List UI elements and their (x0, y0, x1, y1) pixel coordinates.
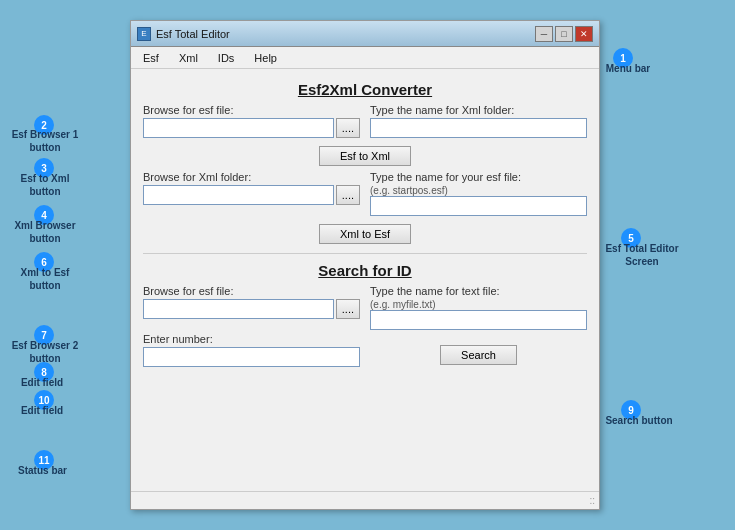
annotation-label-10: Edit field (12, 404, 72, 417)
esf-file-input-2[interactable] (143, 299, 334, 319)
xml-folder-label: Type the name for Xml folder: (370, 104, 587, 116)
esf2xml-row1: Browse for esf file: .... Type the name … (143, 104, 587, 138)
esf-to-xml-btn-row: Esf to Xml (143, 146, 587, 166)
search-browse-esf-col: Browse for esf file: .... (143, 285, 360, 319)
esf-name-col: Type the name for your esf file: (e.g. s… (370, 171, 587, 216)
titlebar-buttons: ─ □ ✕ (535, 26, 593, 42)
text-file-input[interactable] (370, 310, 587, 330)
browse-esf-label: Browse for esf file: (143, 104, 360, 116)
text-file-sublabel: (e.g. myfile.txt) (370, 299, 587, 310)
annotation-label-9: Search button (604, 414, 674, 427)
esf-browse-btn-1[interactable]: .... (336, 118, 360, 138)
menu-xml[interactable]: Xml (171, 50, 206, 66)
esf-file-input-1[interactable] (143, 118, 334, 138)
annotation-label-11: Status bar (10, 464, 75, 477)
statusbar: :: (131, 491, 599, 509)
annotation-label-2: Esf Browser 1 button (5, 128, 85, 154)
xml-folder-col: Type the name for Xml folder: (370, 104, 587, 138)
annotation-label-3: Esf to Xml button (5, 172, 85, 198)
menu-ids[interactable]: IDs (210, 50, 243, 66)
minimize-button[interactable]: ─ (535, 26, 553, 42)
main-window: E Esf Total Editor ─ □ ✕ Esf Xml IDs Hel… (130, 20, 600, 510)
enter-number-input-row (143, 347, 360, 367)
xml-folder-input[interactable] (370, 118, 587, 138)
text-file-input-row (370, 310, 587, 330)
menu-help[interactable]: Help (246, 50, 285, 66)
annotation-label-8: Edit field (12, 376, 72, 389)
search-browse-esf-input-row: .... (143, 299, 360, 319)
browse-xml-col: Browse for Xml folder: .... (143, 171, 360, 205)
app-icon: E (137, 27, 151, 41)
search-button[interactable]: Search (440, 345, 517, 365)
content-area: Esf2Xml Converter Browse for esf file: .… (131, 69, 599, 489)
menubar: Esf Xml IDs Help (131, 47, 599, 69)
annotation-label-1: Menu bar (598, 62, 658, 75)
text-file-col: Type the name for text file: (e.g. myfil… (370, 285, 587, 330)
menu-esf[interactable]: Esf (135, 50, 167, 66)
maximize-button[interactable]: □ (555, 26, 573, 42)
search-id-title: Search for ID (143, 262, 587, 279)
xml-to-esf-btn-row: Xml to Esf (143, 224, 587, 244)
browse-esf-input-row: .... (143, 118, 360, 138)
search-btn-col: Search (370, 345, 587, 367)
esf-file-name-sublabel: (e.g. startpos.esf) (370, 185, 587, 196)
annotation-label-6: Xml to Esf button (5, 266, 85, 292)
esf-browse-btn-2[interactable]: .... (336, 299, 360, 319)
browse-esf-col: Browse for esf file: .... (143, 104, 360, 138)
esf2xml-row2: Browse for Xml folder: .... Type the nam… (143, 171, 587, 216)
window-title: Esf Total Editor (156, 28, 535, 40)
statusbar-grip: :: (589, 495, 595, 506)
search-row1: Browse for esf file: .... Type the name … (143, 285, 587, 330)
enter-number-col: Enter number: (143, 333, 360, 367)
xml-to-esf-button[interactable]: Xml to Esf (319, 224, 411, 244)
xml-folder-input-row (370, 118, 587, 138)
xml-browse-btn[interactable]: .... (336, 185, 360, 205)
browse-xml-input-row: .... (143, 185, 360, 205)
enter-number-label: Enter number: (143, 333, 360, 345)
section-divider (143, 253, 587, 254)
text-file-label: Type the name for text file: (370, 285, 587, 297)
search-row2: Enter number: Search (143, 333, 587, 367)
annotation-label-4: Xml Browser button (5, 219, 85, 245)
close-button[interactable]: ✕ (575, 26, 593, 42)
esf-file-name-input-row (370, 196, 587, 216)
esf-to-xml-button[interactable]: Esf to Xml (319, 146, 411, 166)
browse-xml-label: Browse for Xml folder: (143, 171, 360, 183)
titlebar: E Esf Total Editor ─ □ ✕ (131, 21, 599, 47)
esf-file-name-input[interactable] (370, 196, 587, 216)
esf2xml-title: Esf2Xml Converter (143, 81, 587, 98)
xml-folder-browse-input[interactable] (143, 185, 334, 205)
number-input[interactable] (143, 347, 360, 367)
annotation-label-5: Esf Total Editor Screen (602, 242, 682, 268)
esf-file-name-label: Type the name for your esf file: (370, 171, 587, 183)
search-browse-esf-label: Browse for esf file: (143, 285, 360, 297)
